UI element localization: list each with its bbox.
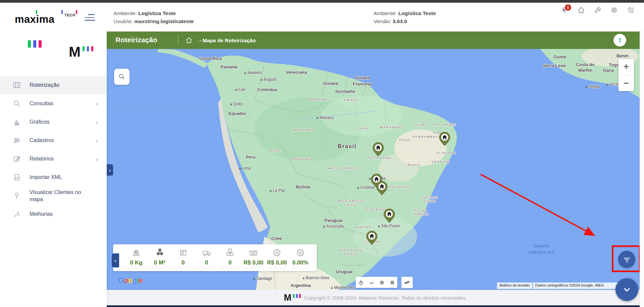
svg-text:Kg: Kg <box>135 252 137 254</box>
page-scrollbar[interactable] <box>640 30 644 307</box>
sidebar-item-melhorias[interactable]: Melhorias <box>0 205 107 223</box>
scroll-down-button[interactable] <box>615 278 638 301</box>
zoom-out-button[interactable]: − <box>618 75 634 91</box>
header-icon-row: 0 <box>561 6 635 14</box>
gear-icon[interactable] <box>610 6 618 14</box>
google-map[interactable]: Costa RicaPanamáVenezuelaMedelínBogotáCa… <box>107 49 640 290</box>
measure-ruler-icon[interactable] <box>401 277 413 288</box>
keyboard-shortcuts-link[interactable]: Atalhos do teclado <box>497 283 532 289</box>
sidebar-item-gr-ficos[interactable]: Gráficos› <box>0 113 107 131</box>
left-panel-expander[interactable]: › <box>107 164 113 176</box>
map-marker-pin[interactable] <box>384 208 395 223</box>
map-marker-pin[interactable] <box>439 132 450 146</box>
wand-icon <box>13 210 21 218</box>
filter-button[interactable] <box>618 251 635 268</box>
sidebar-item-consultas[interactable]: Consultas› <box>0 94 107 113</box>
breadcrumb-home-icon[interactable] <box>185 37 193 44</box>
maxima-tech-logo: maxima TECH <box>15 10 82 25</box>
package-icon <box>178 248 189 259</box>
draw-circle-icon[interactable] <box>377 277 387 288</box>
sidebar-item-label: Cadastros <box>30 137 54 144</box>
zoom-in-button[interactable]: + <box>618 59 634 75</box>
stat-item: 0 M³ <box>148 248 171 268</box>
sidebar-item-label: Melhorias <box>30 210 53 218</box>
stats-collapse-tab[interactable]: ‹ <box>112 253 119 267</box>
brand-m-letter: M <box>69 46 81 58</box>
chevron-right-icon: › <box>96 156 98 162</box>
map-marker-pin[interactable] <box>373 142 384 156</box>
home-icon[interactable] <box>577 6 585 14</box>
versao-value: 3.63.0 <box>393 18 407 24</box>
svg-text:$: $ <box>300 251 301 254</box>
page-title-bar: Roteirização - Mapa de Roteirização ! <box>107 32 640 49</box>
map-marker-pin[interactable] <box>376 181 388 195</box>
footer-bottom-strip <box>107 305 644 307</box>
stat-item: 0 <box>171 248 195 268</box>
sidebar-item-label: Consultas <box>30 100 53 107</box>
sidebar-item-relat-rios[interactable]: Relatórios› <box>0 149 107 168</box>
logo-tech: TECH <box>64 13 76 17</box>
stat-underline <box>127 268 145 268</box>
footer-m-letter: M <box>284 294 292 301</box>
stat-underline <box>198 268 216 268</box>
stat-underline <box>268 268 286 268</box>
stat-value: 0 <box>229 259 232 266</box>
svg-text:$: $ <box>276 251 278 254</box>
ambiente-value-2: Logística Teste <box>398 10 436 16</box>
search-icon <box>118 73 126 80</box>
filter-icon <box>623 255 631 263</box>
truck-icon <box>201 248 212 259</box>
sidebar-brand-area: M <box>0 30 107 70</box>
window-top-strip <box>0 0 644 3</box>
stat-value: 0.00% <box>292 259 308 266</box>
map-icon <box>13 81 21 89</box>
map-attribution: Atalhos do teclado Dados cartográficos ©… <box>497 283 620 289</box>
stat-value: 0 <box>182 259 185 266</box>
sidebar-item-importar-xml[interactable]: Importar XML <box>0 168 107 186</box>
weight-icon: Kg <box>131 248 142 259</box>
environment-info-right: Ambiente: Logística Teste Versão: 3.63.0 <box>374 9 436 25</box>
chevron-right-icon: › <box>96 119 98 125</box>
map-draw-toolbar <box>356 277 397 288</box>
stat-item: Kg0 Kg <box>125 248 148 268</box>
map-marker-pin[interactable] <box>366 231 378 245</box>
stat-value: 0 Kg <box>130 259 143 266</box>
map-zoom-control: + − <box>618 59 634 91</box>
copyright-text: Copyright © 2008-2024. Máxima Sistemas. … <box>304 295 467 301</box>
coin-icon: $ <box>271 248 283 259</box>
chevron-right-icon: › <box>96 100 98 107</box>
menu-toggle-icon[interactable] <box>85 14 95 21</box>
ambiente-label-2: Ambiente: <box>374 10 397 16</box>
sidebar-item-label: Visualizar Clientes no mapa <box>30 189 92 203</box>
stat-value: R$ 0,00 <box>267 259 287 266</box>
logo-tick-blue <box>61 10 63 14</box>
map-search-button[interactable] <box>114 69 130 85</box>
edit-icon <box>13 155 21 163</box>
stat-underline <box>174 268 192 268</box>
stat-item: R$ 0,00 <box>242 248 265 268</box>
google-logo[interactable]: Google <box>118 276 143 285</box>
app-footer: M Copyright © 2008-2024. Máxima Sistemas… <box>107 290 644 307</box>
stat-item: 0 <box>218 248 242 268</box>
app-header: maxima TECH Ambiente: Logística Teste Us… <box>0 3 644 30</box>
draw-polygon-icon[interactable] <box>366 277 377 288</box>
pin-icon <box>13 192 21 200</box>
draw-rectangle-icon[interactable] <box>387 277 397 288</box>
alert-button[interactable]: ! <box>613 34 626 47</box>
sidebar-item-label: Importar XML <box>30 174 62 181</box>
sidebar-item-roteiriza-o[interactable]: Roteirização <box>0 76 107 94</box>
breadcrumb: - Mapa de Roteirização <box>199 38 256 44</box>
notification-badge: 0 <box>564 4 572 11</box>
notifications-bell-icon[interactable]: 0 <box>561 6 569 14</box>
chevron-right-icon: › <box>96 137 98 144</box>
pan-hand-icon[interactable] <box>356 277 366 288</box>
sidebar-item-visualizar-clientes-no-mapa[interactable]: Visualizar Clientes no mapa <box>0 186 107 205</box>
route-icon[interactable] <box>627 6 635 14</box>
ambiente-value: Logística Teste <box>138 10 176 16</box>
usuario-value: maxstring.logisticateste <box>134 18 194 24</box>
ambiente-label: Ambiente: <box>113 10 137 16</box>
sidebar-item-cadastros[interactable]: Cadastros› <box>0 131 107 149</box>
load-stats-panel: Kg0 Kg0 M³000R$ 0,00$R$ 0,00$0.00% <box>113 244 317 271</box>
stat-item: 0 <box>195 248 218 268</box>
wrench-icon[interactable] <box>594 6 602 14</box>
